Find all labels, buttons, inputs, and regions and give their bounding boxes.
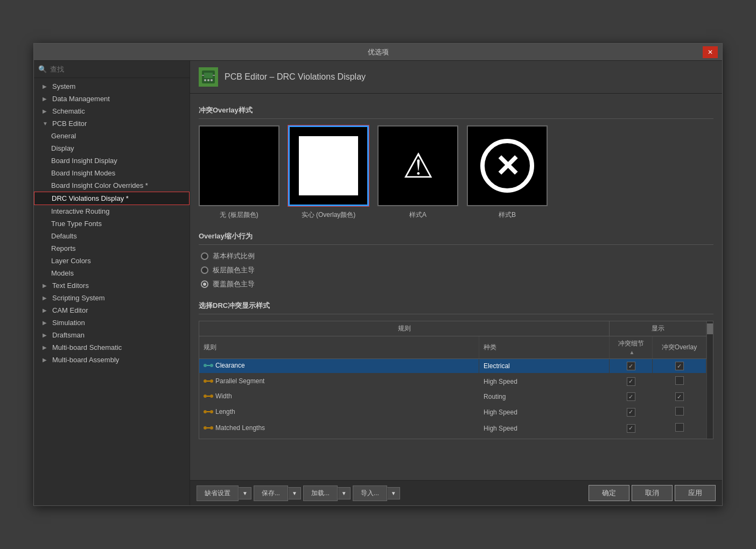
sidebar-item-models[interactable]: Models <box>34 267 190 279</box>
card-label-style-b: 样式B <box>499 210 516 220</box>
radio-label-overlay-color: 覆盖颜色主导 <box>213 279 255 289</box>
sidebar-item-draftsman[interactable]: ▶ Draftsman <box>34 329 190 341</box>
ok-button[interactable]: 确定 <box>589 485 629 501</box>
radio-label-layer-color: 板层颜色主导 <box>213 265 255 275</box>
panel-title: PCB Editor – DRC Violations Display <box>225 72 366 82</box>
card-frame-style-a: ⚠ <box>377 125 458 206</box>
load-button[interactable]: 加载... <box>303 485 338 501</box>
sidebar-item-data-management[interactable]: ▶ Data Management <box>34 93 190 105</box>
apply-button[interactable]: 应用 <box>675 485 716 501</box>
sidebar-item-board-insight-display[interactable]: Board Insight Display <box>34 154 190 167</box>
overlay-checkbox[interactable] <box>675 362 684 370</box>
arrow-icon: ▼ <box>43 121 49 126</box>
import-arrow[interactable]: ▼ <box>387 487 400 499</box>
detail-checkbox[interactable] <box>627 408 635 417</box>
load-arrow[interactable]: ▼ <box>338 487 351 499</box>
sidebar-item-label: Simulation <box>52 319 85 327</box>
search-icon: 🔍 <box>38 65 47 73</box>
card-label-solid: 实心 (Overlay颜色) <box>302 210 356 220</box>
rule-overlay-cell <box>653 390 706 404</box>
sidebar-item-layer-colors[interactable]: Layer Colors <box>34 255 190 267</box>
table-row[interactable]: Matched Lengths High Speed <box>199 420 706 437</box>
save-arrow[interactable]: ▼ <box>288 487 301 499</box>
rule-overlay-cell <box>653 437 706 439</box>
detail-checkbox[interactable] <box>627 424 635 433</box>
detail-checkbox[interactable] <box>627 362 635 370</box>
sidebar-item-label: Board Insight Modes <box>51 169 115 177</box>
arrow-icon: ▶ <box>43 108 49 114</box>
save-button[interactable]: 保存... <box>254 485 288 501</box>
scrollbar[interactable] <box>706 321 713 439</box>
overlay-card-style-a[interactable]: ⚠ 样式A <box>377 125 458 220</box>
sidebar-item-label: Board Insight Display <box>51 157 117 165</box>
overlay-card-solid[interactable]: 实心 (Overlay颜色) <box>288 125 369 220</box>
table-row[interactable]: Clearance Electrical <box>199 359 706 374</box>
sidebar-item-label: Text Editors <box>52 281 89 290</box>
overlay-card-style-b[interactable]: ✕ 样式B <box>467 125 548 220</box>
rule-type-cell: High Speed <box>479 374 610 390</box>
svg-point-3 <box>204 79 206 81</box>
sidebar-item-true-type-fonts[interactable]: True Type Fonts <box>34 217 190 230</box>
sidebar-item-system[interactable]: ▶ System <box>34 80 190 93</box>
table-row[interactable]: Parallel Segment High Speed <box>199 374 706 390</box>
pcb-icon <box>199 67 218 87</box>
import-button[interactable]: 导入... <box>353 485 387 501</box>
search-input[interactable] <box>50 65 185 73</box>
sidebar-item-drc-violations-display[interactable]: DRC Violations Display * <box>34 192 190 205</box>
card-label-style-a: 样式A <box>409 210 426 220</box>
scroll-thumb <box>707 323 713 334</box>
sidebar-item-board-insight-modes[interactable]: Board Insight Modes <box>34 167 190 179</box>
sort-arrow-detail: ▲ <box>629 349 635 355</box>
sidebar-item-simulation[interactable]: ▶ Simulation <box>34 316 190 329</box>
th-rule: 规则 <box>199 336 479 359</box>
default-settings-button[interactable]: 缺省设置 <box>197 485 239 501</box>
rule-type-cell: High Speed <box>479 404 610 420</box>
rule-detail-cell <box>610 390 653 404</box>
table-row[interactable]: Daisy Chain Stub Length High Speed <box>199 437 706 439</box>
overlay-checkbox[interactable] <box>675 407 684 416</box>
detail-checkbox[interactable] <box>627 377 635 386</box>
table-row[interactable]: Length High Speed <box>199 404 706 420</box>
cancel-button[interactable]: 取消 <box>632 485 673 501</box>
overlay-checkbox[interactable] <box>675 423 684 432</box>
sidebar-item-schematic[interactable]: ▶ Schematic <box>34 105 190 117</box>
svg-point-8 <box>204 364 207 367</box>
rule-detail-cell <box>610 359 653 374</box>
sidebar-item-defaults[interactable]: Defaults <box>34 230 190 242</box>
drc-table-inner: 规则 显示 规则 <box>199 321 706 439</box>
overlay-card-none[interactable]: 无 (板层颜色) <box>199 125 279 220</box>
sidebar-item-cam-editor[interactable]: ▶ CAM Editor <box>34 304 190 316</box>
radio-item-overlay-color[interactable]: 覆盖颜色主导 <box>201 279 713 289</box>
svg-point-17 <box>204 410 207 413</box>
load-group: 加载... ▼ <box>303 485 351 501</box>
radio-item-layer-color[interactable]: 板层颜色主导 <box>201 265 713 275</box>
sidebar-item-pcb-editor[interactable]: ▼ PCB Editor <box>34 117 190 130</box>
circle-x-icon: ✕ <box>480 139 534 193</box>
overlay-behavior-title: Overlay缩小行为 <box>199 228 713 245</box>
sidebar-item-multi-board-assembly[interactable]: ▶ Multi-board Assembly <box>34 354 190 366</box>
rule-type-cell: High Speed <box>479 437 610 439</box>
overlay-checkbox[interactable] <box>675 392 684 401</box>
sidebar-item-label: Layer Colors <box>51 257 91 265</box>
card-frame-none <box>199 125 279 206</box>
default-settings-arrow[interactable]: ▼ <box>239 487 251 499</box>
sidebar-item-label: Interactive Routing <box>51 207 109 215</box>
sidebar-item-general[interactable]: General <box>34 130 190 142</box>
sidebar-item-display[interactable]: Display <box>34 142 190 154</box>
arrow-icon: ▶ <box>43 283 49 288</box>
table-row[interactable]: Width Routing <box>199 390 706 404</box>
sidebar-item-scripting-system[interactable]: ▶ Scripting System <box>34 292 190 304</box>
sidebar-item-board-insight-color-overrides[interactable]: Board Insight Color Overrides * <box>34 179 190 192</box>
overlay-checkbox[interactable] <box>675 376 684 385</box>
sidebar-item-text-editors[interactable]: ▶ Text Editors <box>34 279 190 292</box>
close-button[interactable]: ✕ <box>703 46 718 58</box>
search-bar: 🔍 <box>34 61 190 78</box>
col-header-rule: 规则 <box>199 321 610 336</box>
radio-item-basic[interactable]: 基本样式比例 <box>201 251 713 261</box>
detail-checkbox[interactable] <box>627 392 635 401</box>
sidebar-item-reports[interactable]: Reports <box>34 242 190 255</box>
sidebar-item-label: DRC Violations Display * <box>52 194 129 202</box>
sidebar-item-interactive-routing[interactable]: Interactive Routing <box>34 205 190 217</box>
sidebar-item-multi-board-schematic[interactable]: ▶ Multi-board Schematic <box>34 341 190 354</box>
rule-name-cell: Matched Lengths <box>199 420 479 437</box>
